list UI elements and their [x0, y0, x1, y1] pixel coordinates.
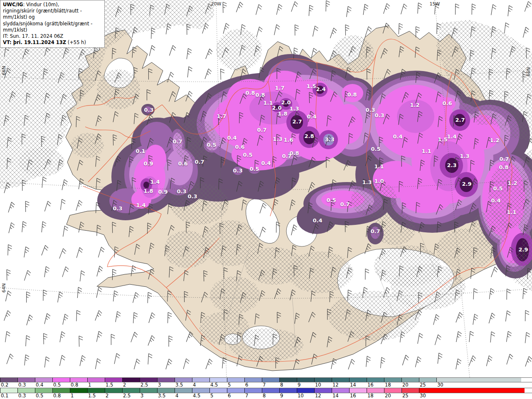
legend-color-segment	[0, 388, 17, 393]
legend-color-segment	[227, 378, 244, 382]
legend-color-segment	[35, 388, 52, 393]
legend-tick-label: 9	[298, 382, 300, 388]
legend-tick-label: 2.5	[140, 382, 148, 388]
legend-color-segment	[105, 388, 122, 393]
title-line-2: rigning/skúrir (grænt/blátt/rautt - mm/1…	[3, 8, 102, 20]
legend-tick-label: 16	[350, 393, 356, 399]
legend-color-segment	[70, 388, 87, 393]
legend-tick-label: 30	[420, 393, 426, 399]
legend-color-segment	[314, 378, 332, 382]
legend-color-segment	[157, 378, 175, 382]
legend-tick-label: 0.3	[18, 393, 26, 399]
legend-color-segment	[279, 388, 297, 393]
legend-color-segment	[175, 378, 192, 382]
legend-color-segment	[70, 378, 87, 382]
legend-color-segment	[279, 378, 297, 382]
legend-tick-label: 3	[140, 393, 143, 399]
legend-tick-label: 1	[71, 393, 74, 399]
legend-color-segment	[367, 388, 384, 393]
legend-color-segment	[349, 388, 367, 393]
legend-tick-label: 4	[175, 393, 178, 399]
legend-color-segment	[17, 378, 35, 382]
legend-tick-label: 2	[106, 393, 108, 399]
legend-tick-label: 25	[420, 382, 426, 388]
legend-tick-label: 2.5	[123, 393, 131, 399]
legend-tick-label: 10	[298, 393, 304, 399]
legend-tick-label: 0.4	[36, 382, 43, 388]
legend-tick-label: 30	[437, 382, 443, 388]
legend-tick-label: 4.5	[193, 393, 200, 399]
legend-tick-label: 0.3	[18, 382, 26, 388]
legend-tick-label: 3	[158, 382, 161, 388]
legend-color-segment	[436, 378, 521, 382]
legend-color-segment	[401, 378, 419, 382]
legend-color-segment	[314, 388, 332, 393]
title-line-5: VT: þri. 19.11.2024 13Z (+55 h)	[3, 39, 102, 46]
title-line-4: IT: Sun. 17. 11. 2024 06Z	[3, 33, 102, 39]
legend-color-segment	[384, 388, 401, 393]
legend-color-segment	[52, 378, 70, 382]
weather-map-page: 1.70.80.81.12.02.01.31.81.52.40.42.72.83…	[0, 0, 532, 399]
legend-tick-label: 0.8	[71, 382, 78, 388]
legend-color-segment	[122, 378, 140, 382]
title-line-1: UWC/IG: Vindur (10m),	[3, 2, 102, 8]
legend-tick-label: 9	[280, 393, 283, 399]
legend-color-segment	[209, 388, 227, 393]
legend-tick-label: 2	[123, 382, 126, 388]
legend-color-segment	[209, 378, 227, 382]
legend-color-segment	[17, 388, 35, 393]
legend-tick-label: 1.5	[106, 382, 113, 388]
legend-color-segment	[0, 378, 17, 382]
legend-color-segment	[332, 388, 349, 393]
legend-color-segment	[122, 388, 140, 393]
legend-color-segment	[140, 388, 157, 393]
legend-color-segment	[244, 378, 262, 382]
legend-color-segment	[367, 378, 384, 382]
legend: 0.20.30.40.50.811.522.533.544.5567891012…	[0, 377, 532, 399]
legend-tick-label: 18	[367, 393, 374, 399]
legend-tick-label: 0.5	[53, 382, 61, 388]
title-line-3: slydda/snjókoma (grátt/bleikt/grænt - mm…	[3, 21, 102, 33]
legend-color-segment	[227, 388, 244, 393]
title-box: UWC/IG: Vindur (10m), rigning/skúrir (gr…	[0, 0, 105, 48]
legend-color-segment	[401, 388, 419, 393]
legend-tick-label: 14	[350, 382, 356, 388]
legend-tick-label: 8	[280, 382, 283, 388]
legend-tick-label: 3.5	[175, 382, 183, 388]
legend-tick-label: 4	[193, 382, 196, 388]
legend-color-segment	[52, 388, 70, 393]
legend-color-segment	[262, 388, 279, 393]
legend-tick-label: 6	[245, 382, 248, 388]
legend-tick-label: 5	[210, 393, 213, 399]
legend-tick-label: 6	[228, 393, 231, 399]
legend-color-segment	[192, 388, 209, 393]
legend-tick-label: 18	[385, 382, 391, 388]
legend-bar-rain	[0, 388, 532, 393]
legend-color-segment	[297, 388, 314, 393]
legend-tick-label: 20	[385, 393, 391, 399]
legend-color-segment	[87, 388, 105, 393]
legend-color-segment	[105, 378, 122, 382]
legend-color-segment	[192, 378, 209, 382]
legend-color-segment	[35, 378, 52, 382]
legend-tick-label: 1.5	[88, 393, 96, 399]
legend-color-segment	[384, 378, 401, 382]
legend-tick-label: 10	[315, 382, 321, 388]
legend-bar-sleet-snow	[0, 377, 532, 382]
legend-tick-label: 5	[228, 382, 231, 388]
legend-color-segment	[140, 378, 157, 382]
legend-tick-label: 7	[245, 393, 248, 399]
legend-color-segment	[297, 378, 314, 382]
legend-tick-label: 0.2	[1, 382, 8, 388]
legend-color-segment	[157, 388, 175, 393]
legend-color-segment	[87, 378, 105, 382]
legend-tick-label: 0.1	[1, 393, 8, 399]
legend-tick-label: 14	[332, 393, 339, 399]
legend-tick-label: 0.8	[53, 393, 61, 399]
legend-tick-label: 8	[263, 393, 266, 399]
legend-tick-label: 16	[367, 382, 374, 388]
legend-tick-label: 0.5	[36, 393, 43, 399]
legend-color-segment	[419, 388, 525, 393]
legend-color-segment	[244, 388, 262, 393]
legend-tick-label: 3.5	[158, 393, 165, 399]
